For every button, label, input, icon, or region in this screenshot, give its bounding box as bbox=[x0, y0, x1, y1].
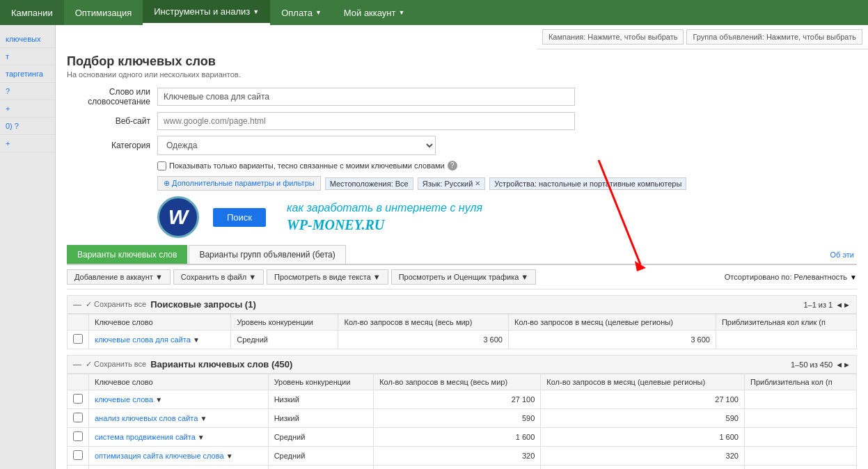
variants-row-competition-1: Низкий bbox=[268, 409, 374, 428]
variants-row-keyword-4: подбор ключевых слов для сайта ▼ bbox=[89, 466, 269, 470]
category-select[interactable]: Одежда bbox=[157, 136, 436, 155]
traffic-estimate-button[interactable]: Просмотреть и Оценщик трафика ▼ bbox=[391, 269, 537, 285]
variants-col-global: Кол-во запросов в месяц (весь мир) bbox=[374, 374, 541, 390]
save-btn-label: Сохранить в файл bbox=[181, 273, 246, 281]
sidebar-item-targeting[interactable]: таргетинга bbox=[0, 65, 55, 83]
nav-account-arrow: ▼ bbox=[399, 9, 405, 16]
variants-row-checkbox-3[interactable] bbox=[73, 450, 83, 460]
keyword-arrow-0[interactable]: ▼ bbox=[155, 396, 162, 404]
variants-row-check[interactable] bbox=[68, 390, 89, 409]
save-to-file-button[interactable]: Сохранить в файл ▼ bbox=[173, 269, 264, 285]
variants-row-checkbox-2[interactable] bbox=[73, 431, 83, 441]
variants-save-all[interactable]: ✓ Сохранить все bbox=[86, 360, 146, 369]
search-nav-icon[interactable]: ◄► bbox=[835, 301, 851, 309]
search-collapse-btn[interactable]: — bbox=[73, 300, 81, 310]
search-col-global: Кол-во запросов в месяц (весь мир) bbox=[338, 315, 509, 331]
variants-collapse-btn[interactable]: — bbox=[73, 360, 81, 369]
nav-campaigns[interactable]: Кампании bbox=[0, 0, 64, 25]
website-input[interactable] bbox=[157, 112, 575, 130]
search-pagination: 1–1 из 1 bbox=[803, 301, 833, 309]
word-input[interactable] bbox=[157, 88, 575, 106]
search-button[interactable]: Поиск bbox=[213, 208, 266, 227]
tab-keywords[interactable]: Варианты ключевых слов bbox=[67, 245, 187, 264]
variants-keyword-link-1[interactable]: анализ ключевых слов сайта bbox=[95, 414, 198, 422]
device-tag: Устройства: настольные и портативные ком… bbox=[489, 177, 686, 190]
variants-row-check[interactable] bbox=[68, 466, 89, 470]
watermark-text: как заработать в интернете с нуля bbox=[287, 202, 482, 214]
search-save-all[interactable]: ✓ Сохранить все bbox=[86, 300, 146, 309]
about-link[interactable]: Об эти bbox=[830, 251, 854, 259]
category-row: Категория Одежда bbox=[67, 136, 857, 155]
language-close-icon[interactable]: ✕ bbox=[475, 180, 480, 187]
variants-row-local-4: 260 bbox=[541, 466, 745, 470]
sidebar-item-add[interactable]: + bbox=[0, 100, 55, 118]
search-col-local: Кол-во запросов в месяц (целевые регионы… bbox=[508, 315, 716, 331]
tab-adgroups[interactable]: Варианты групп объявлений (бета) bbox=[189, 245, 345, 264]
variants-table-row: анализ ключевых слов сайта ▼ Низкий 590 … bbox=[68, 409, 857, 428]
variants-row-checkbox-1[interactable] bbox=[73, 413, 83, 422]
add-to-account-button[interactable]: Добавление в аккаунт ▼ bbox=[67, 269, 171, 285]
related-checkbox[interactable] bbox=[157, 161, 166, 170]
preview-btn-label: Просмотреть в виде текста bbox=[274, 273, 371, 281]
nav-tools-arrow: ▼ bbox=[253, 8, 259, 15]
sidebar-item-add2[interactable]: + bbox=[0, 135, 55, 152]
top-navigation: Кампании Оптимизация Инструменты и анали… bbox=[0, 0, 868, 25]
search-row-competition: Средний bbox=[231, 331, 338, 349]
main-content: Подбор ключевых слов На основании одного… bbox=[56, 25, 868, 469]
keyword-arrow-2[interactable]: ▼ bbox=[198, 434, 205, 441]
variants-row-cpc-4 bbox=[744, 466, 856, 470]
variants-row-check[interactable] bbox=[68, 428, 89, 447]
sidebar-item-keywords[interactable]: ключевых bbox=[0, 31, 55, 48]
nav-optimization[interactable]: Оптимизация bbox=[64, 0, 143, 25]
variants-table: Ключевое слово Уровень конкуренции Кол-в… bbox=[67, 374, 857, 469]
language-tag[interactable]: Язык: Русский ✕ bbox=[418, 177, 486, 190]
search-row-checkbox[interactable] bbox=[73, 334, 83, 344]
preview-text-button[interactable]: Просмотреть в виде текста ▼ bbox=[267, 269, 388, 285]
variants-row-competition-4: Низкий bbox=[268, 466, 374, 470]
website-row: Веб-сайт bbox=[67, 112, 857, 130]
variants-row-competition-3: Средний bbox=[268, 447, 374, 466]
sort-arrow[interactable]: ▼ bbox=[850, 273, 857, 281]
nav-payment[interactable]: Оплата ▼ bbox=[270, 0, 333, 25]
variants-pagination: 1–50 из 450 bbox=[791, 360, 833, 369]
add-btn-label: Добавление в аккаунт bbox=[74, 273, 153, 281]
keyword-arrow-1[interactable]: ▼ bbox=[200, 415, 207, 422]
search-row-check[interactable] bbox=[68, 331, 89, 349]
keyword-arrow-3[interactable]: ▼ bbox=[226, 452, 233, 460]
checkbox-help-icon[interactable]: ? bbox=[448, 161, 457, 170]
variants-row-check[interactable] bbox=[68, 409, 89, 428]
variants-keyword-link-3[interactable]: оптимизация сайта ключевые слова bbox=[95, 452, 224, 460]
variants-row-keyword-1: анализ ключевых слов сайта ▼ bbox=[89, 409, 269, 428]
variants-row-competition-0: Низкий bbox=[268, 390, 374, 409]
search-row-cpc bbox=[716, 331, 856, 349]
sidebar-item-help[interactable]: ? bbox=[0, 83, 55, 100]
variants-row-keyword-2: система продвижения сайта ▼ bbox=[89, 428, 269, 447]
variants-keyword-link-0[interactable]: ключевые слова bbox=[95, 395, 153, 404]
campaign-selector[interactable]: Кампания: Нажмите, чтобы выбрать bbox=[542, 29, 684, 45]
variants-row-local-1: 590 bbox=[541, 409, 745, 428]
filter-btn-label: Дополнительные параметры и фильтры bbox=[172, 179, 315, 187]
plus-icon: ⊕ bbox=[164, 179, 170, 187]
location-tag[interactable]: Местоположения: Все bbox=[325, 177, 413, 190]
save-btn-arrow: ▼ bbox=[248, 273, 256, 281]
sidebar-item-t[interactable]: т bbox=[0, 48, 55, 65]
variants-table-row: подбор ключевых слов для сайта ▼ Низкий … bbox=[68, 466, 857, 470]
variants-row-local-3: 320 bbox=[541, 447, 745, 466]
variants-row-checkbox-0[interactable] bbox=[73, 394, 83, 404]
adgroup-selector[interactable]: Группа объявлений: Нажмите, чтобы выбрат… bbox=[686, 29, 862, 45]
extra-filters-button[interactable]: ⊕ Дополнительные параметры и фильтры bbox=[157, 176, 321, 191]
watermark-logo: WP-MONEY.RU bbox=[287, 217, 482, 233]
keyword-arrow[interactable]: ▼ bbox=[193, 336, 200, 344]
variants-row-global-4: 260 bbox=[374, 466, 541, 470]
variants-row-global-0: 27 100 bbox=[374, 390, 541, 409]
word-row: Слово илисловосочетание bbox=[67, 87, 857, 106]
nav-tools[interactable]: Инструменты и анализ ▼ bbox=[143, 0, 270, 25]
search-keyword-link[interactable]: ключевые слова для сайта bbox=[95, 335, 191, 344]
variants-keyword-link-2[interactable]: система продвижения сайта bbox=[95, 433, 196, 441]
variants-row-check[interactable] bbox=[68, 447, 89, 466]
search-table-header-row: Ключевое слово Уровень конкуренции Кол-в… bbox=[68, 315, 857, 331]
nav-account[interactable]: Мой аккаунт ▼ bbox=[333, 0, 416, 25]
variants-row-global-3: 320 bbox=[374, 447, 541, 466]
variants-nav-icon[interactable]: ◄► bbox=[835, 360, 851, 369]
toolbar: Добавление в аккаунт ▼ Сохранить в файл … bbox=[67, 265, 857, 289]
